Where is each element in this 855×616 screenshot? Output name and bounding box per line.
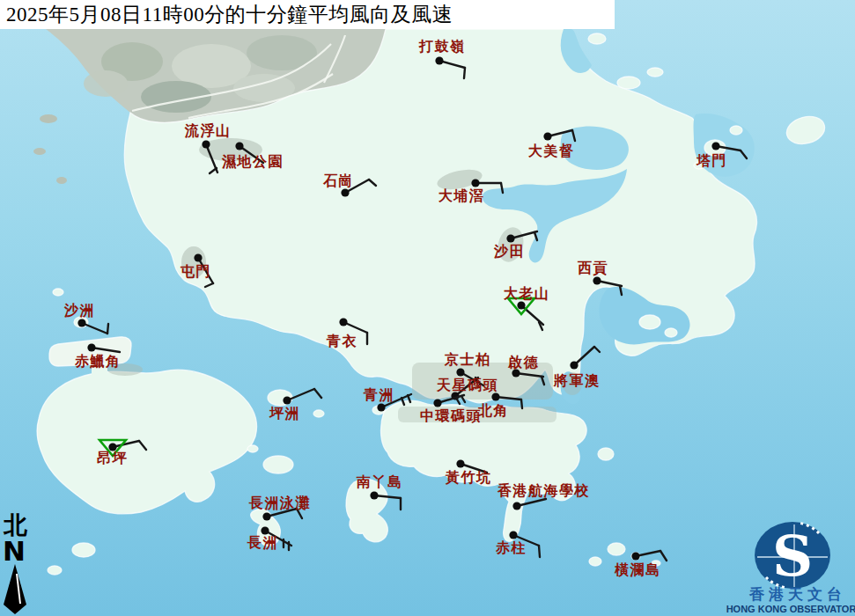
station-marker: [543, 132, 551, 140]
wind-barb: [539, 546, 540, 557]
station-label: 橫瀾島: [614, 562, 661, 577]
station-marker: [512, 369, 520, 377]
station-marker: [262, 512, 270, 520]
station-marker: [593, 276, 601, 284]
station-marker: [506, 234, 514, 242]
station-label: 黃竹坑: [445, 470, 492, 485]
station-label: 赤柱: [495, 540, 527, 555]
station-marker: [235, 142, 243, 150]
station-label: 昂坪: [97, 451, 128, 466]
station-marker: [433, 399, 441, 407]
station-marker: [435, 56, 443, 64]
station-label: 西貢: [577, 260, 608, 276]
station-marker: [370, 491, 378, 499]
station-label: 石崗: [322, 173, 354, 188]
map-title: 2025年5月08日11時00分的十分鐘平均風向及風速: [0, 0, 615, 29]
station-marker: [509, 531, 517, 539]
station-label: 長洲泳灘: [248, 495, 311, 510]
wind-barb: [464, 68, 465, 78]
station-marker: [87, 343, 95, 351]
hko-logo-name-english: HONG KONG OBSERVATORY: [726, 604, 855, 614]
north-arrow: 北 N: [3, 511, 27, 614]
station-label: 大老山: [504, 286, 550, 301]
station-marker: [512, 502, 520, 510]
station-label: 青衣: [326, 334, 357, 348]
station-label: 濕地公園: [221, 154, 284, 170]
hko-logo-monogram: S: [772, 523, 813, 589]
station-label: 天星碼頭: [436, 378, 498, 393]
station-label: 沙田: [493, 244, 525, 259]
station-marker: [471, 179, 479, 187]
station-marker: [283, 396, 291, 404]
hko-logo-name-chinese: 香港天文台: [748, 586, 846, 603]
station-label: 屯門: [180, 264, 211, 279]
station-label: 京士柏: [444, 351, 491, 367]
station-label: 青洲: [363, 387, 394, 402]
station-label: 將軍澳: [553, 373, 601, 388]
station-marker: [339, 318, 347, 326]
station-label: 赤鱲角: [74, 354, 122, 369]
station-label: 北角: [477, 403, 509, 418]
station-label: 沙洲: [63, 303, 95, 318]
station-label: 打鼓嶺: [418, 39, 466, 54]
station-label: 啟德: [507, 355, 539, 370]
north-label-n: N: [3, 535, 26, 567]
map-canvas: 打鼓嶺流浮山濕地公園石崗大美督塔門大埔滘沙田屯門西貢大老山沙洲赤鱲角青衣京士柏啟…: [0, 0, 855, 616]
station-label: 中環碼頭: [420, 408, 482, 424]
station-marker: [517, 301, 525, 309]
station-marker: [711, 142, 719, 150]
station-label: 南丫島: [356, 474, 403, 489]
station-label: 大埔滘: [439, 187, 485, 203]
wind-barb: [107, 324, 108, 334]
station-marker: [194, 253, 202, 261]
station-marker: [77, 319, 85, 326]
station-label: 流浮山: [184, 122, 232, 138]
station-marker: [377, 403, 385, 411]
station-marker: [202, 140, 210, 148]
wind-map: 打鼓嶺流浮山濕地公園石崗大美督塔門大埔滘沙田屯門西貢大老山沙洲赤鱲角青衣京士柏啟…: [0, 0, 855, 616]
station-marker: [456, 368, 464, 376]
station-label: 大美督: [528, 143, 575, 158]
station-label: 香港航海學校: [497, 482, 590, 498]
station-marker: [456, 459, 464, 467]
station-marker: [261, 526, 269, 534]
station-marker: [491, 392, 499, 400]
wind-barb: [521, 400, 522, 408]
station-marker: [631, 552, 639, 560]
station-marker: [570, 361, 578, 369]
station-label: 長洲: [247, 535, 278, 550]
station-label: 塔門: [696, 153, 727, 168]
station-label: 坪洲: [269, 406, 300, 421]
station-marker: [341, 188, 349, 196]
